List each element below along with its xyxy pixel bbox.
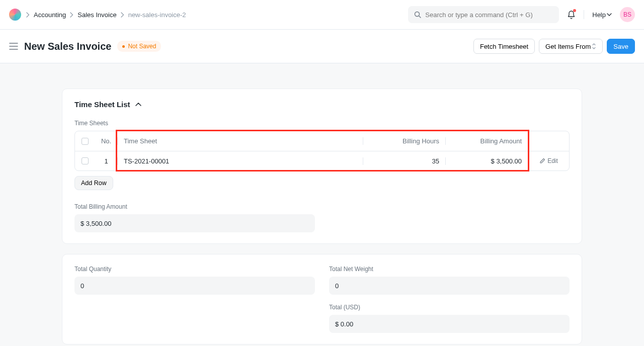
col-billing-hours: Billing Hours [363, 137, 445, 145]
status-label: Not Saved [128, 43, 156, 50]
timesheet-table: No. Time Sheet Billing Hours Billing Amo… [74, 131, 570, 171]
row-checkbox[interactable] [82, 157, 89, 164]
chevron-right-icon [70, 12, 73, 18]
chevron-up-icon [135, 103, 141, 106]
table-row[interactable]: 1 TS-2021-00001 35 $ 3,500.00 Edit [75, 151, 569, 170]
row-edit-button[interactable]: Edit [528, 157, 569, 164]
save-button[interactable]: Save [607, 39, 635, 54]
sort-icon [592, 43, 596, 49]
edit-label: Edit [547, 157, 558, 164]
breadcrumb-item-sales-invoice[interactable]: Sales Invoice [77, 11, 116, 19]
total-net-weight-label: Total Net Weight [329, 266, 570, 273]
breadcrumb-item-accounting[interactable]: Accounting [34, 11, 66, 19]
svg-point-0 [415, 12, 420, 17]
total-billing-amount-field[interactable] [74, 214, 315, 232]
breadcrumb: Accounting Sales Invoice new-sales-invoi… [26, 11, 186, 19]
section-title-text: Time Sheet List [74, 100, 130, 109]
chevron-down-icon [607, 13, 612, 16]
get-items-label: Get Items From [545, 43, 591, 50]
search-input[interactable]: Search or type a command (Ctrl + G) [408, 6, 559, 23]
get-items-from-button[interactable]: Get Items From [539, 39, 603, 54]
status-badge: Not Saved [117, 41, 161, 52]
search-icon [414, 11, 421, 18]
help-dropdown[interactable]: Help [592, 11, 612, 19]
chevron-right-icon [121, 12, 124, 18]
total-usd-label: Total (USD) [329, 304, 570, 311]
add-row-button[interactable]: Add Row [74, 176, 113, 190]
select-all-checkbox[interactable] [82, 138, 89, 145]
chevron-right-icon [26, 12, 30, 18]
total-billing-amount-label: Total Billing Amount [74, 203, 315, 210]
table-header: No. Time Sheet Billing Hours Billing Amo… [75, 131, 569, 151]
timesheet-card: Time Sheet List Time Sheets No. Time She… [62, 89, 582, 244]
app-logo-icon[interactable] [9, 9, 21, 21]
notifications-icon[interactable] [567, 10, 576, 19]
content-area: Time Sheet List Time Sheets No. Time She… [0, 63, 644, 346]
total-net-weight-field[interactable] [329, 277, 570, 295]
page-header: New Sales Invoice Not Saved Fetch Timesh… [0, 30, 644, 63]
notification-dot-icon [573, 9, 576, 12]
total-quantity-label: Total Quantity [74, 266, 315, 273]
status-dot-icon [122, 45, 125, 48]
breadcrumb-current: new-sales-invoice-2 [128, 11, 186, 19]
time-sheets-label: Time Sheets [74, 120, 570, 127]
total-quantity-field[interactable] [74, 277, 315, 295]
col-timesheet: Time Sheet [117, 137, 363, 145]
totals-card: Total Quantity Total Net Weight Total (U… [62, 254, 582, 344]
row-no: 1 [95, 157, 117, 165]
col-no: No. [95, 137, 117, 145]
pencil-icon [539, 158, 545, 164]
total-usd-field[interactable] [329, 315, 570, 333]
page-title: New Sales Invoice [24, 41, 111, 52]
col-billing-amount: Billing Amount [445, 137, 528, 145]
avatar[interactable]: BS [620, 7, 635, 22]
row-billing-amount[interactable]: $ 3,500.00 [445, 157, 528, 165]
row-timesheet[interactable]: TS-2021-00001 [117, 157, 363, 165]
row-billing-hours[interactable]: 35 [363, 157, 445, 165]
fetch-timesheet-button[interactable]: Fetch Timesheet [473, 39, 535, 54]
navbar: Accounting Sales Invoice new-sales-invoi… [0, 0, 644, 30]
section-title[interactable]: Time Sheet List [74, 100, 570, 109]
search-placeholder: Search or type a command (Ctrl + G) [425, 11, 533, 19]
help-label: Help [592, 11, 606, 19]
menu-toggle-icon[interactable] [9, 43, 18, 50]
divider [584, 10, 584, 19]
